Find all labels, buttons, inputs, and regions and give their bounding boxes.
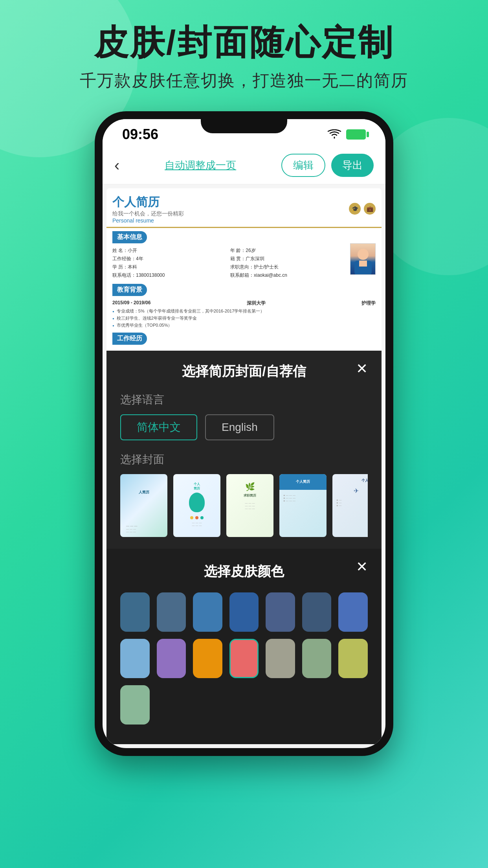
- phone-frame: 09:56 ‹ 自动调整成一页 编辑: [95, 111, 393, 756]
- lang-buttons: 简体中文 English: [120, 414, 368, 440]
- resume-header-icons: 🎓 💼: [349, 203, 376, 215]
- phone-screen: 09:56 ‹ 自动调整成一页 编辑: [103, 119, 385, 748]
- info-grid: 姓 名：小开 年 龄：26岁 工作经验：4年 籍 贯：广东深圳 学 历：本科 求…: [112, 247, 376, 279]
- skin-modal-close[interactable]: ✕: [356, 559, 368, 575]
- resume-title-en: Personal resume: [112, 217, 184, 224]
- cover-thumb-5[interactable]: 个人简历 ✈ ● — ● — ● —: [332, 474, 368, 537]
- color-grid-row1: [120, 592, 368, 725]
- field-age: 年 龄：26岁: [230, 247, 344, 254]
- resume-title-sub: 给我一个机会，还您一份精彩: [112, 210, 184, 217]
- color-swatch-7[interactable]: [338, 592, 368, 632]
- resume-icon-bag: 💼: [364, 203, 376, 215]
- resume-title-cn: 个人简历: [112, 194, 178, 210]
- color-swatch-12[interactable]: [266, 639, 295, 678]
- field-edu: 学 历：本科: [112, 264, 226, 270]
- color-swatch-9[interactable]: [157, 639, 186, 678]
- color-swatch-1[interactable]: [120, 592, 150, 632]
- edu-major: 护理学: [361, 300, 376, 307]
- color-swatch-6[interactable]: [302, 592, 332, 632]
- header-section: 皮肤/封面随心定制 千万款皮肤任意切换，打造独一无二的简历: [0, 0, 488, 99]
- lang-section-label: 选择语言: [120, 392, 368, 407]
- color-swatch-11[interactable]: [229, 639, 259, 678]
- cover-grid: 人简历 — — — — — — — — — 个人 简历: [120, 474, 368, 537]
- resume-icon-hat: 🎓: [349, 203, 361, 215]
- color-swatch-14[interactable]: [338, 639, 368, 678]
- field-exp: 工作经验：4年: [112, 256, 226, 262]
- color-swatch-13[interactable]: [302, 639, 332, 678]
- color-swatch-8[interactable]: [120, 639, 150, 678]
- cover-thumb-4[interactable]: 个人简历 ● — — — ● — — — ● — — —: [279, 474, 327, 537]
- resume-header: 个人简历 给我一个机会，还您一份精彩 Personal resume 🎓 💼: [106, 188, 382, 228]
- battery-icon: [346, 129, 366, 140]
- skin-modal-title: 选择皮肤颜色: [120, 563, 368, 581]
- edu-bullet-3: 市优秀毕业生（TOP0.05%）: [112, 322, 376, 328]
- color-swatch-3[interactable]: [193, 592, 222, 632]
- work-header: 工作经历: [112, 333, 147, 345]
- edu-period: 2015/09 - 2019/06: [112, 300, 150, 307]
- cover-thumb-2[interactable]: 个人 简历 — — — — — —: [173, 474, 220, 537]
- skin-modal: 选择皮肤颜色 ✕: [106, 549, 382, 744]
- edu-bullet-2: 校三好学生、连续2年获得专业一等奖学金: [112, 315, 376, 321]
- auto-adjust-link[interactable]: 自动调整成一页: [165, 159, 236, 171]
- field-phone: 联系电话：13800138000: [112, 272, 226, 279]
- photo-placeholder: [350, 243, 376, 275]
- resume-preview: 个人简历 给我一个机会，还您一份精彩 Personal resume 🎓 💼 基…: [106, 188, 382, 744]
- cover-modal: 选择简历封面/自荐信 ✕ 选择语言 简体中文 English 选择封面 人简历: [106, 351, 382, 549]
- wifi-icon: [327, 129, 341, 140]
- svg-rect-2: [359, 261, 367, 267]
- edu-row: 2015/09 - 2019/06 深圳大学 护理学: [112, 300, 376, 307]
- edu-header: 教育背景: [112, 284, 147, 296]
- main-title: 皮肤/封面随心定制: [0, 24, 488, 62]
- photo-img: [350, 244, 375, 274]
- resume-body: 基本信息 姓 名：小开 年 龄：26岁 工作经验：4年 籍 贯：广东深圳 学 历…: [106, 228, 382, 351]
- edu-bullet-1: 专业成绩：5%（每个学年成绩排名专业前三，其中2016-2017学年排名第一）: [112, 308, 376, 314]
- edu-bullets: 专业成绩：5%（每个学年成绩排名专业前三，其中2016-2017学年排名第一） …: [112, 308, 376, 328]
- svg-point-0: [358, 249, 369, 260]
- status-icons: [327, 129, 366, 140]
- nav-bar: ‹ 自动调整成一页 编辑 导出: [103, 147, 385, 184]
- status-time: 09:56: [122, 126, 158, 143]
- skin-modal-inner: 选择皮肤颜色 ✕: [106, 549, 382, 744]
- field-native: 籍 贯：广东深圳: [230, 256, 344, 262]
- nav-right-buttons: 编辑 导出: [281, 154, 374, 177]
- cover-thumb-3[interactable]: 🌿 求职简历 — — — — — — — — —: [226, 474, 273, 537]
- lang-chinese-button[interactable]: 简体中文: [120, 414, 197, 440]
- phone-notch: [201, 119, 287, 133]
- basic-info-header: 基本信息: [112, 231, 147, 243]
- cover-thumb-1[interactable]: 人简历 — — — — — — — — —: [120, 474, 167, 537]
- field-email: 联系邮箱：xiaokai@abc.cn: [230, 272, 344, 279]
- color-swatch-5[interactable]: [266, 592, 295, 632]
- color-swatch-2[interactable]: [157, 592, 186, 632]
- color-swatch-15[interactable]: [120, 685, 150, 725]
- edit-button[interactable]: 编辑: [281, 154, 325, 177]
- edu-section: 2015/09 - 2019/06 深圳大学 护理学 专业成绩：5%（每个学年成…: [112, 300, 376, 328]
- field-name: 姓 名：小开: [112, 247, 226, 254]
- resume-title-block: 个人简历 给我一个机会，还您一份精彩 Personal resume: [112, 194, 184, 224]
- phone-container: 09:56 ‹ 自动调整成一页 编辑: [0, 111, 488, 756]
- export-button[interactable]: 导出: [331, 154, 374, 177]
- cover-section-label: 选择封面: [120, 452, 368, 467]
- edu-school: 深圳大学: [247, 300, 266, 307]
- field-position: 求职意向：护士/护士长: [230, 264, 344, 270]
- nav-center: 自动调整成一页: [127, 158, 273, 172]
- color-swatch-4[interactable]: [229, 592, 259, 632]
- color-swatch-10[interactable]: [193, 639, 222, 678]
- lang-english-button[interactable]: English: [205, 414, 274, 440]
- cover-modal-title: 选择简历封面/自荐信: [120, 362, 368, 381]
- back-button[interactable]: ‹: [114, 156, 119, 174]
- cover-modal-close[interactable]: ✕: [356, 360, 368, 377]
- sub-title: 千万款皮肤任意切换，打造独一无二的简历: [0, 70, 488, 92]
